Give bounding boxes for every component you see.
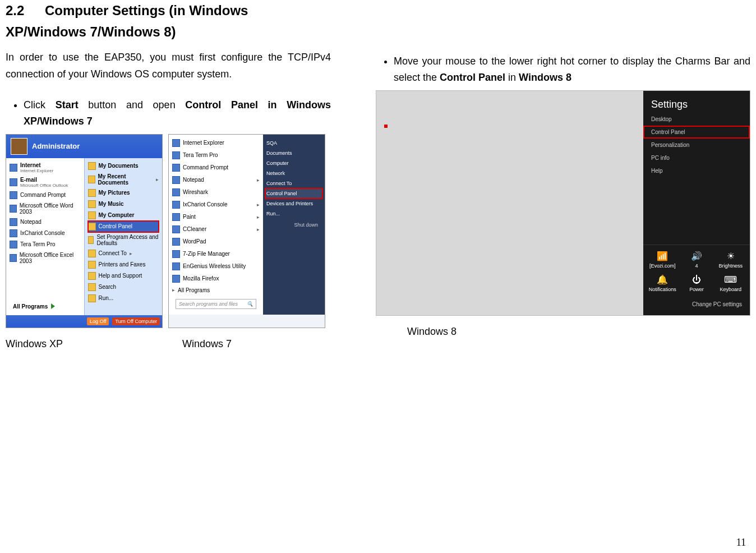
w8-power-control[interactable]: ⏻Power bbox=[681, 273, 713, 294]
w7-shutdown-button[interactable]: Shut down bbox=[268, 221, 320, 229]
intro-paragraph: In order to use the EAP350, you must fir… bbox=[6, 49, 331, 83]
signal-icon: 📶 bbox=[647, 252, 679, 261]
speaker-icon: 🔊 bbox=[681, 252, 713, 261]
w8-link-desktop[interactable]: Desktop bbox=[643, 113, 750, 126]
brightness-icon: ☀ bbox=[714, 252, 746, 261]
xp-control-panel-item[interactable]: Control Panel bbox=[88, 221, 159, 232]
w8-change-pc-settings[interactable]: Change PC settings bbox=[643, 297, 750, 315]
caption-win8: Windows 8 bbox=[407, 326, 750, 338]
bullet-win8: Move your mouse to the lower right hot c… bbox=[394, 53, 750, 86]
bullet-xp-win7: Click Start button and open Control Pane… bbox=[24, 97, 331, 130]
w7-search-input[interactable]: Search programs and files🔍 bbox=[176, 299, 256, 309]
w8-link-pcinfo[interactable]: PC info bbox=[643, 151, 750, 164]
bell-icon: 🔔 bbox=[647, 275, 679, 284]
w8-link-help[interactable]: Help bbox=[643, 164, 750, 177]
w8-brightness-control[interactable]: ☀Brightness bbox=[714, 250, 746, 271]
left-column: 2.2Computer Settings (in Windows XP/Wind… bbox=[6, 0, 331, 350]
right-column: Move your mouse to the lower right hot c… bbox=[376, 0, 750, 350]
chevron-right-icon bbox=[51, 303, 55, 309]
w8-network-control[interactable]: 📶[Evozi.com] bbox=[647, 250, 679, 271]
keyboard-icon: ⌨ bbox=[714, 275, 746, 284]
w8-notifications-control[interactable]: 🔔Notifications bbox=[647, 273, 679, 294]
xp-turnoff-button[interactable]: Turn Off Computer bbox=[112, 317, 160, 325]
caption-win7: Windows 7 bbox=[182, 338, 232, 350]
w8-settings-heading: Settings bbox=[643, 91, 750, 113]
w8-quick-controls: 📶[Evozi.com] 🔊4 ☀Brightness 🔔Notificatio… bbox=[643, 245, 750, 297]
winxp-start-menu: Administrator InternetInternet Explorer … bbox=[6, 134, 163, 328]
win8-screenshot: Settings Desktop Control Panel Personali… bbox=[376, 90, 750, 316]
w8-link-personalization[interactable]: Personalization bbox=[643, 139, 750, 151]
screenshots-row: Administrator InternetInternet Explorer … bbox=[6, 134, 331, 328]
xp-all-programs[interactable]: All Programs bbox=[10, 300, 81, 313]
power-icon: ⏻ bbox=[681, 275, 713, 284]
section-heading: 2.2Computer Settings (in Windows XP/Wind… bbox=[6, 0, 331, 43]
search-icon: 🔍 bbox=[247, 301, 253, 307]
avatar-icon bbox=[11, 138, 27, 155]
w8-keyboard-control[interactable]: ⌨Keyboard bbox=[714, 273, 746, 294]
win8-desktop-area bbox=[376, 91, 643, 315]
caption-winxp: Windows XP bbox=[6, 338, 182, 350]
win7-start-menu: Internet Explorer Tera Term Pro Command … bbox=[168, 134, 325, 328]
xp-admin-label: Administrator bbox=[32, 142, 80, 150]
w7-control-panel-item[interactable]: Control Panel bbox=[265, 188, 322, 199]
xp-logoff-button[interactable]: Log Off bbox=[87, 317, 109, 325]
w8-volume-control[interactable]: 🔊4 bbox=[681, 250, 713, 271]
page-number: 11 bbox=[736, 537, 746, 549]
w8-link-control-panel[interactable]: Control Panel bbox=[643, 126, 750, 139]
section-number: 2.2 bbox=[6, 0, 45, 21]
win8-settings-charm: Settings Desktop Control Panel Personali… bbox=[643, 91, 750, 315]
